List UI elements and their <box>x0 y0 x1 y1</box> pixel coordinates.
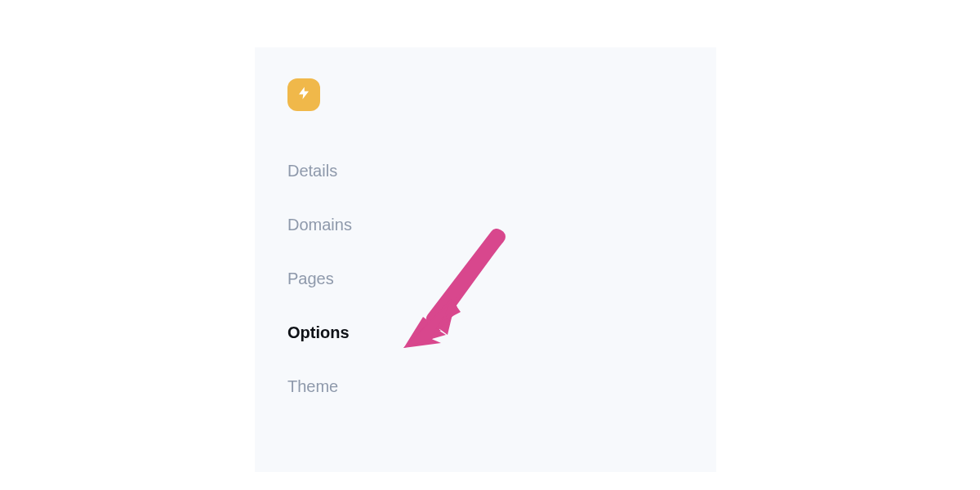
nav-item-label: Options <box>287 323 350 341</box>
nav-item-label: Pages <box>287 270 334 287</box>
nav-item-theme[interactable]: Theme <box>287 376 684 397</box>
nav-item-label: Details <box>287 162 337 180</box>
nav-item-details[interactable]: Details <box>287 160 684 181</box>
nav-item-options[interactable]: Options <box>287 322 684 343</box>
sidebar-panel: Details Domains Pages Options Theme <box>255 47 716 472</box>
nav-item-pages[interactable]: Pages <box>287 268 684 289</box>
lightning-icon <box>296 84 311 105</box>
nav-item-label: Domains <box>287 216 352 234</box>
nav-item-label: Theme <box>287 377 338 395</box>
nav-list: Details Domains Pages Options Theme <box>287 160 684 397</box>
logo-badge[interactable] <box>287 78 320 111</box>
nav-item-domains[interactable]: Domains <box>287 214 684 235</box>
